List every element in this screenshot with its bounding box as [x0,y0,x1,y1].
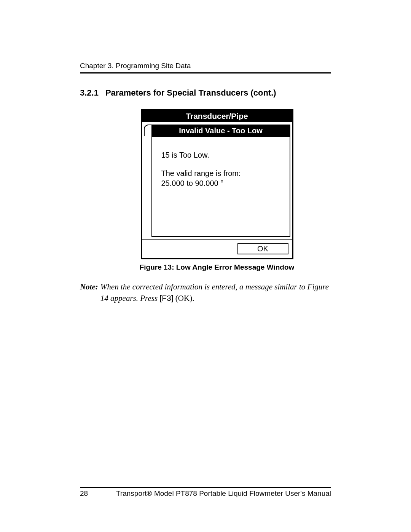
section-heading: 3.2.1Parameters for Special Transducers … [80,88,331,98]
device-window: Transducer/Pipe Invalid Value - Too Low … [141,109,293,259]
note-body-a: When the corrected information is entere… [100,282,329,303]
note: Note: When the corrected information is … [80,281,331,304]
message-line1: 15 is Too Low. [161,150,284,160]
page-footer: 28 Transport® Model PT878 Portable Liqui… [80,487,331,498]
dialog: Invalid Value - Too Low 15 is Too Low. T… [151,125,290,237]
figure: Transducer/Pipe Invalid Value - Too Low … [103,109,331,272]
window-body: Invalid Value - Too Low 15 is Too Low. T… [142,122,292,239]
ok-button[interactable]: OK [237,243,288,254]
note-body-b: (OK). [174,294,194,303]
note-key: [F3] [159,294,173,302]
header-rule [80,72,331,73]
dialog-footer: OK [142,239,292,258]
dialog-message: 15 is Too Low. The valid range is from: … [152,137,290,236]
window-title: Transducer/Pipe [142,110,292,122]
message-line2: The valid range is from: [161,168,284,178]
section-number: 3.2.1 [80,88,99,98]
manual-title: Transport® Model PT878 Portable Liquid F… [116,489,331,498]
section-title: Parameters for Special Transducers (cont… [105,88,276,97]
running-header: Chapter 3. Programming Site Data [80,62,331,70]
note-label: Note: [80,281,98,304]
figure-caption: Figure 13: Low Angle Error Message Windo… [103,263,331,272]
message-line3: 25.000 to 90.000 ° [161,178,284,188]
page-number: 28 [80,489,88,498]
dialog-title: Invalid Value - Too Low [152,125,290,137]
note-text: When the corrected information is entere… [100,281,331,304]
footer-rule [80,487,331,488]
